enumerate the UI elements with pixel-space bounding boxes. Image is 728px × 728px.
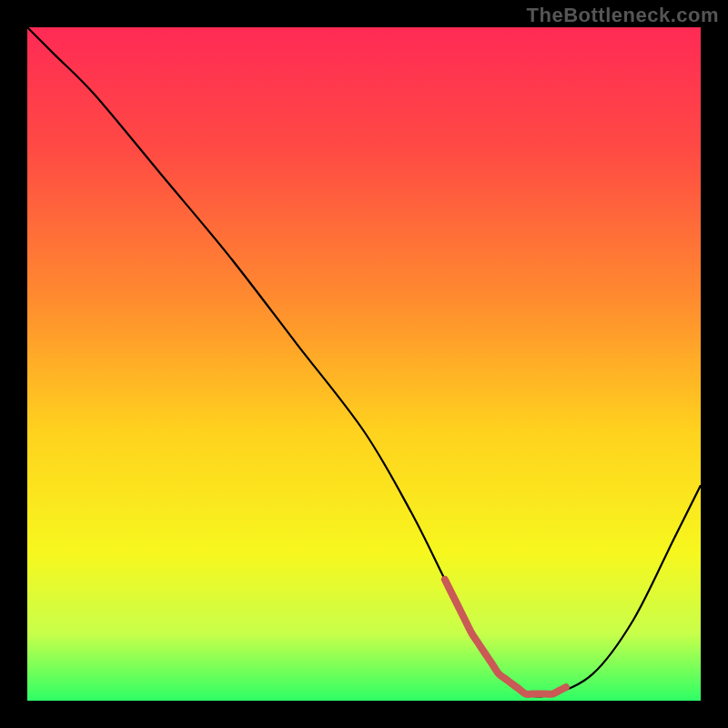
chart-frame: TheBottleneck.com <box>0 0 728 728</box>
gradient-background <box>27 27 701 701</box>
plot-area <box>27 27 701 701</box>
plot-svg <box>27 27 701 701</box>
watermark-text: TheBottleneck.com <box>527 4 719 27</box>
